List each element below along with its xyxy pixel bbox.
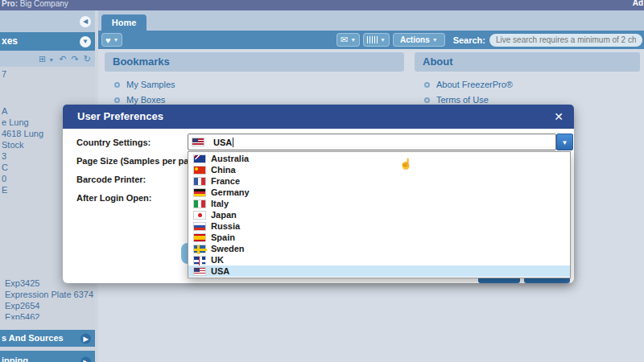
bullet-icon	[114, 97, 120, 103]
option-label: France	[211, 176, 240, 186]
option-label: Japan	[211, 210, 237, 220]
mail-button[interactable]: ✉▼	[336, 33, 360, 47]
flag-china-icon	[193, 166, 206, 175]
flag-sweden-icon	[193, 245, 206, 253]
link-label: My Boxes	[126, 95, 165, 105]
sidebar-panel-header[interactable]: xes ▼	[0, 32, 95, 51]
bookmarks-panel: Bookmarks My Samples My Boxes	[105, 52, 404, 110]
country-dropdown-list: Australia China France Germany Italy Jap…	[188, 151, 571, 278]
link-my-samples[interactable]: My Samples	[114, 80, 404, 89]
country-settings-input[interactable]: USA	[188, 134, 556, 150]
move-left-icon[interactable]: ↶	[59, 54, 66, 64]
panel-collapse-icon[interactable]: ▼	[80, 36, 91, 47]
topbar-user-label: Ad	[633, 0, 643, 7]
option-label: Sweden	[211, 244, 245, 253]
search-input[interactable]	[489, 34, 642, 47]
option-label: Germany	[211, 187, 250, 197]
favorites-button[interactable]: ♥▼	[101, 33, 122, 47]
bullet-icon	[424, 82, 430, 88]
flag-usa-icon	[192, 138, 204, 146]
option-label: Italy	[211, 199, 229, 208]
link-label: My Samples	[126, 80, 175, 89]
option-label: Spain	[211, 232, 235, 242]
sidebar-toolbar: ⊞▼ ↶ ↷ ↻	[0, 51, 95, 67]
dropdown-option-uk[interactable]: UK	[188, 254, 570, 265]
tab-strip: Home	[98, 10, 644, 31]
move-right-icon[interactable]: ↷	[72, 54, 79, 64]
app-brand-bold: Pro:	[2, 0, 18, 8]
expand-section-icon[interactable]: ▶	[80, 356, 91, 362]
sidebar-panel-title: xes	[2, 35, 18, 47]
flag-france-icon	[193, 177, 206, 186]
country-value: USA	[213, 138, 232, 147]
page-size-label: Page Size (Samples per page):	[76, 156, 205, 166]
country-dropdown-button[interactable]: ▼	[556, 134, 573, 150]
flag-japan-icon	[193, 211, 206, 220]
app-brand: Pro: Big Company	[2, 0, 68, 8]
flag-russia-icon	[193, 222, 206, 231]
country-settings-label: Country Settings:	[76, 138, 151, 147]
actions-label: Actions	[400, 35, 430, 44]
collapse-sidebar-icon[interactable]: ◀	[80, 16, 91, 27]
sidebar-section-samples-and-sources[interactable]: s And Sources ▶	[0, 330, 95, 347]
flag-australia-icon	[193, 154, 206, 163]
chevron-down-icon: ▼	[380, 37, 386, 43]
envelope-icon: ✉	[341, 35, 348, 45]
sidebar-top-strip: ◀	[0, 10, 95, 32]
link-my-boxes[interactable]: My Boxes	[114, 95, 404, 105]
dropdown-option-italy[interactable]: Italy	[188, 198, 570, 209]
bullet-icon	[424, 97, 430, 103]
section-label: ipping	[2, 356, 28, 362]
search-label: Search:	[453, 35, 485, 45]
heart-icon: ♥	[105, 35, 111, 45]
main-toolbar: ♥▼ ✉▼ ▼ Actions▼ Search:	[98, 31, 644, 49]
link-terms-of-use[interactable]: Terms of Use	[424, 95, 640, 105]
refresh-icon[interactable]: ↻	[84, 54, 91, 64]
dropdown-option-australia[interactable]: Australia	[188, 153, 570, 164]
chevron-down-icon: ▼	[432, 37, 438, 43]
add-box-icon[interactable]: ⊞	[39, 54, 46, 64]
app-brand-rest: Big Company	[18, 0, 68, 8]
link-about-freezerpro[interactable]: About FreezerPro®	[424, 80, 640, 89]
chevron-down-icon[interactable]: ▼	[48, 57, 54, 63]
dialog-header[interactable]: User Preferences ✕	[63, 105, 574, 129]
expand-section-icon[interactable]: ▶	[80, 333, 91, 343]
bullet-icon	[114, 82, 120, 88]
tree-item[interactable]: Expression Plate 6374	[0, 289, 95, 300]
barcode-button[interactable]: ▼	[363, 33, 390, 47]
tree-item[interactable]: Exp5462	[0, 311, 95, 319]
bookmarks-panel-header: Bookmarks	[105, 52, 404, 72]
flag-usa-icon	[193, 267, 206, 276]
barcode-icon	[367, 36, 378, 43]
dialog-title: User Preferences	[77, 105, 163, 129]
option-label: UK	[211, 255, 224, 265]
dropdown-option-usa[interactable]: USA	[188, 265, 570, 277]
dropdown-option-china[interactable]: China	[188, 164, 570, 175]
link-label: Terms of Use	[436, 95, 489, 105]
flag-spain-icon	[193, 233, 206, 242]
option-label: USA	[211, 266, 229, 276]
tree-item[interactable]: Exp2654	[0, 300, 95, 311]
dropdown-option-france[interactable]: France	[188, 175, 570, 187]
dropdown-option-germany[interactable]: Germany	[188, 187, 570, 198]
option-label: China	[211, 165, 236, 175]
about-panel: About About FreezerPro® Terms of Use	[415, 52, 640, 110]
tab-home[interactable]: Home	[101, 14, 147, 31]
link-label: About FreezerPro®	[436, 80, 513, 89]
text-caret	[233, 138, 233, 147]
flag-germany-icon	[193, 188, 206, 197]
dropdown-option-sweden[interactable]: Sweden	[188, 243, 570, 254]
chevron-down-icon: ▼	[114, 37, 119, 43]
actions-button[interactable]: Actions▼	[393, 33, 445, 47]
tree-item[interactable]: 7	[0, 68, 95, 80]
dropdown-option-spain[interactable]: Spain	[188, 232, 570, 243]
option-label: Russia	[211, 221, 240, 231]
dropdown-option-russia[interactable]: Russia	[188, 220, 570, 232]
sidebar-section-shipping[interactable]: ipping ▶	[0, 351, 95, 362]
mouse-cursor: ☝	[399, 158, 412, 170]
close-icon[interactable]: ✕	[554, 105, 564, 129]
chevron-down-icon: ▼	[350, 37, 356, 43]
flag-italy-icon	[193, 200, 206, 208]
after-login-open-label: After Login Open:	[76, 193, 152, 203]
dropdown-option-japan[interactable]: Japan	[188, 209, 570, 220]
